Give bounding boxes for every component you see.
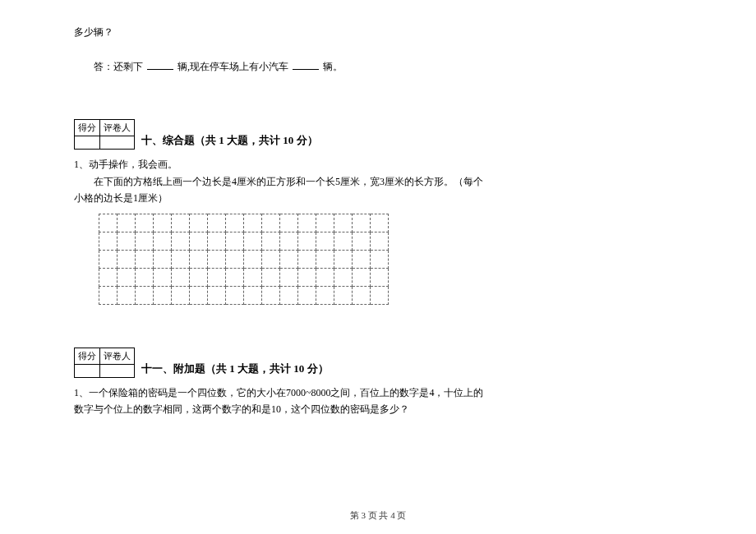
grid-cell[interactable] (334, 232, 353, 250)
grid-cell[interactable] (154, 214, 172, 232)
grid-cell[interactable] (226, 250, 244, 268)
grid-cell[interactable] (208, 268, 226, 286)
grid-cell[interactable] (298, 286, 316, 304)
grid-cell[interactable] (316, 268, 334, 286)
grid-cell[interactable] (280, 268, 298, 286)
grid-cell[interactable] (118, 214, 136, 232)
grid-cell[interactable] (244, 250, 262, 268)
grid-cell[interactable] (190, 286, 208, 304)
grid-cell[interactable] (190, 214, 208, 232)
grid-cell[interactable] (226, 268, 244, 286)
grid-cell[interactable] (316, 250, 334, 268)
grid-cell[interactable] (316, 214, 334, 232)
grid-cell[interactable] (208, 250, 226, 268)
grid-cell[interactable] (190, 268, 208, 286)
grid-cell[interactable] (371, 268, 389, 286)
blank-field-2[interactable] (293, 58, 319, 70)
section-11-header: 得分 评卷人 十一、附加题（共 1 大题，共计 10 分） (74, 348, 682, 378)
grid-cell[interactable] (262, 286, 280, 304)
dashed-grid-container (99, 214, 682, 305)
blank-field-1[interactable] (147, 58, 173, 70)
grid-cell[interactable] (353, 268, 371, 286)
grader-cell[interactable] (100, 364, 135, 377)
grid-cell[interactable] (136, 214, 154, 232)
grader-cell[interactable] (100, 136, 135, 150)
grid-cell[interactable] (136, 232, 154, 250)
grid-cell[interactable] (208, 286, 226, 304)
grid-cell[interactable] (154, 268, 172, 286)
grid-cell[interactable] (244, 214, 262, 232)
grid-cell[interactable] (118, 268, 136, 286)
dashed-grid[interactable] (99, 214, 389, 305)
score-cell[interactable] (75, 364, 100, 377)
grid-cell[interactable] (172, 286, 190, 304)
grid-cell[interactable] (371, 232, 389, 250)
section-10-q1: 1、动手操作，我会画。 在下面的方格纸上画一个边长是4厘米的正方形和一个长5厘米… (74, 156, 682, 206)
grid-cell[interactable] (334, 250, 353, 268)
grid-cell[interactable] (99, 250, 118, 268)
grid-cell[interactable] (118, 250, 136, 268)
grid-cell[interactable] (118, 286, 136, 304)
grid-cell[interactable] (172, 232, 190, 250)
grid-cell[interactable] (262, 268, 280, 286)
section-11-title: 十一、附加题（共 1 大题，共计 10 分） (141, 361, 329, 378)
grid-cell[interactable] (371, 250, 389, 268)
grid-cell[interactable] (154, 286, 172, 304)
grid-cell[interactable] (280, 214, 298, 232)
grid-cell[interactable] (262, 232, 280, 250)
grid-cell[interactable] (208, 232, 226, 250)
grid-cell[interactable] (353, 286, 371, 304)
grid-cell[interactable] (136, 286, 154, 304)
grid-cell[interactable] (136, 250, 154, 268)
grid-cell[interactable] (99, 214, 118, 232)
grid-cell[interactable] (353, 232, 371, 250)
grid-cell[interactable] (226, 232, 244, 250)
grid-cell[interactable] (298, 232, 316, 250)
grid-cell[interactable] (99, 232, 118, 250)
grid-cell[interactable] (262, 250, 280, 268)
grid-cell[interactable] (244, 286, 262, 304)
grid-cell[interactable] (154, 250, 172, 268)
grid-cell[interactable] (172, 214, 190, 232)
grid-cell[interactable] (190, 232, 208, 250)
grid-cell[interactable] (99, 286, 118, 304)
grid-cell[interactable] (334, 214, 353, 232)
grid-cell[interactable] (280, 250, 298, 268)
grid-cell[interactable] (118, 232, 136, 250)
fragment-text: 多少辆？ (74, 26, 113, 38)
grid-cell[interactable] (371, 286, 389, 304)
grid-cell[interactable] (262, 214, 280, 232)
grid-cell[interactable] (371, 214, 389, 232)
grid-cell[interactable] (353, 250, 371, 268)
grid-cell[interactable] (226, 214, 244, 232)
section-10-header: 得分 评卷人 十、综合题（共 1 大题，共计 10 分） (74, 119, 682, 150)
score-cell[interactable] (75, 136, 100, 150)
grid-cell[interactable] (172, 250, 190, 268)
question-fragment: 多少辆？ (74, 25, 682, 40)
grid-cell[interactable] (226, 286, 244, 304)
grid-cell[interactable] (172, 268, 190, 286)
grid-cell[interactable] (334, 268, 353, 286)
grid-cell[interactable] (298, 214, 316, 232)
q1-line1: 1、一个保险箱的密码是一个四位数，它的大小在7000~8000之间，百位上的数字… (74, 384, 682, 401)
grid-cell[interactable] (298, 268, 316, 286)
grid-cell[interactable] (136, 268, 154, 286)
footer-text: 第 3 页 共 4 页 (350, 510, 407, 520)
q1-line1: 在下面的方格纸上画一个边长是4厘米的正方形和一个长5厘米，宽3厘米的长方形。（每… (74, 173, 682, 190)
q1-line2: 数字与个位上的数字相同，这两个数字的和是10，这个四位数的密码是多少？ (74, 401, 682, 417)
grid-cell[interactable] (334, 286, 353, 304)
grid-cell[interactable] (298, 250, 316, 268)
grid-cell[interactable] (190, 250, 208, 268)
grid-cell[interactable] (99, 268, 118, 286)
grid-cell[interactable] (316, 232, 334, 250)
score-box-11: 得分 评卷人 (74, 348, 135, 378)
grid-cell[interactable] (208, 214, 226, 232)
grid-cell[interactable] (280, 286, 298, 304)
grid-cell[interactable] (316, 286, 334, 304)
grid-cell[interactable] (244, 232, 262, 250)
grid-cell[interactable] (154, 232, 172, 250)
answer-line: 答：还剩下 辆,现在停车场上有小汽车 辆。 (74, 58, 682, 75)
grid-cell[interactable] (244, 268, 262, 286)
grid-cell[interactable] (353, 214, 371, 232)
grid-cell[interactable] (280, 232, 298, 250)
